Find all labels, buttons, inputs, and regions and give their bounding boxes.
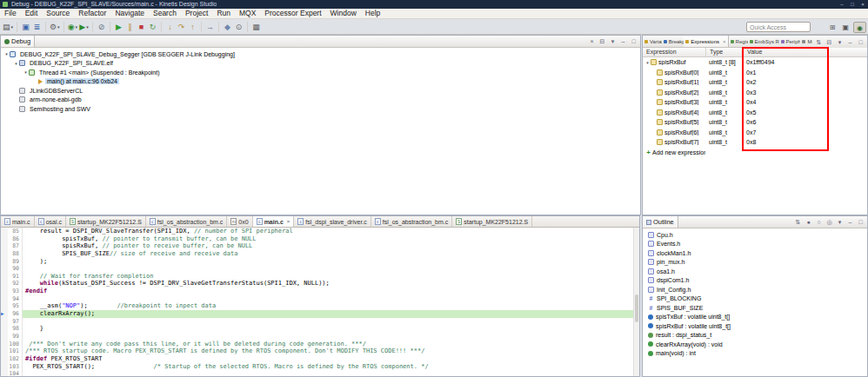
- new-file-button[interactable]: ▤▾: [2, 21, 14, 33]
- line-number[interactable]: 97: [8, 318, 23, 326]
- outline-item[interactable]: spisTxBuf : volatile uint8_t[]: [643, 313, 867, 322]
- line-number[interactable]: 101: [8, 347, 23, 355]
- column-header-expression[interactable]: Expression: [643, 48, 705, 56]
- line-number[interactable]: 98: [8, 325, 23, 333]
- code-line[interactable]: 102#ifdef PEX_RTOS_START: [1, 355, 639, 363]
- resume-button[interactable]: ▶: [113, 21, 124, 33]
- outline-item[interactable]: pin_mux.h: [643, 258, 867, 268]
- line-number[interactable]: 102: [8, 355, 23, 363]
- column-header-type[interactable]: Type: [705, 48, 743, 56]
- hide-non-public-icon[interactable]: ◎: [825, 217, 834, 227]
- minimize-icon[interactable]: –: [845, 217, 855, 227]
- annotation-ruler[interactable]: [1, 250, 8, 258]
- open-element-button[interactable]: ▦: [250, 21, 262, 33]
- outline-item[interactable]: #SPI_BLOCKING: [643, 294, 867, 304]
- line-number[interactable]: 94: [8, 295, 23, 303]
- tab-registers[interactable]: Registers: [729, 36, 748, 48]
- editor-tab-0x0[interactable]: m0x0: [227, 216, 252, 227]
- maximize-icon[interactable]: □: [629, 36, 638, 46]
- annotation-ruler[interactable]: [1, 370, 8, 376]
- editor-tab-fsl-os-abstraction-bm-c[interactable]: cfsl_os_abstraction_bm.c: [371, 216, 452, 227]
- menu-edit[interactable]: Edit: [21, 9, 43, 18]
- outline-item[interactable]: dspiCom1.h: [643, 276, 867, 286]
- code-line[interactable]: 104: [1, 370, 639, 376]
- menu-window[interactable]: Window: [326, 9, 361, 18]
- expression-row[interactable]: spisRxBuf[3]uint8_t0x4: [643, 97, 867, 108]
- debug-tree-row[interactable]: ▾DEBUG_K22F_SPI_SLAVE.elf: [1, 59, 640, 69]
- minimize-button[interactable]: –: [837, 0, 847, 9]
- restart-button[interactable]: ↻: [147, 21, 158, 33]
- code-editor[interactable]: 85 result = DSPI_DRV_SlaveTransfer(SPI1_…: [1, 228, 639, 376]
- editor-tab-startup-mk22f51212-s[interactable]: Sstartup_MK22F51212.S: [452, 216, 532, 227]
- debug-tree-row[interactable]: ▾DEBUG_K22F_SPI_SLAVE_Debug_Segger [GDB …: [1, 50, 640, 59]
- menu-navigate[interactable]: Navigate: [110, 9, 149, 18]
- tab-expressions[interactable]: Expressions×: [684, 36, 728, 48]
- tab-outline[interactable]: Outline: [643, 216, 678, 228]
- annotation-ruler[interactable]: [1, 325, 8, 333]
- editor-scrollbar-thumb[interactable]: [635, 294, 638, 322]
- menu-search[interactable]: Search: [149, 9, 181, 18]
- outline-item[interactable]: result : dspi_status_t: [643, 331, 867, 341]
- sort-icon[interactable]: ⇅: [793, 217, 803, 227]
- build-button[interactable]: ⚙▾: [49, 21, 61, 33]
- line-number[interactable]: 92: [8, 280, 23, 288]
- code-line[interactable]: 94: [1, 295, 639, 303]
- line-number[interactable]: 87: [8, 242, 23, 250]
- annotation-ruler[interactable]: [1, 258, 8, 266]
- collapse-all-icon[interactable]: ⊟: [598, 36, 607, 46]
- annotation-ruler[interactable]: ▶: [1, 310, 8, 318]
- close-tab-icon[interactable]: ×: [723, 39, 726, 44]
- view-menu-icon[interactable]: ▾: [835, 37, 845, 47]
- editor-tab-fsl-os-abstraction-bm-c[interactable]: cfsl_os_abstraction_bm.c: [146, 216, 227, 227]
- annotation-ruler[interactable]: [1, 265, 8, 273]
- maximize-icon[interactable]: □: [856, 217, 865, 227]
- terminate-button[interactable]: ■: [136, 21, 147, 33]
- line-number[interactable]: 86: [8, 235, 23, 243]
- menu-mqx[interactable]: MQX: [235, 9, 260, 18]
- expression-row[interactable]: spisRxBuf[2]uint8_t0x3: [643, 88, 867, 98]
- editor-tab-main-c[interactable]: cmain.c×: [253, 216, 295, 227]
- outline-item[interactable]: Events.h: [643, 240, 867, 249]
- menu-project[interactable]: Project: [181, 9, 212, 18]
- expression-row[interactable]: spisRxBuf[7]uint8_t0x8: [643, 137, 867, 148]
- code-line[interactable]: 103 PEX_RTOS_START(); /* Startup of the …: [1, 363, 639, 371]
- code-line[interactable]: 90: [1, 265, 639, 273]
- debug-tree-row[interactable]: JLinkGDBServerCL: [1, 86, 640, 96]
- hide-static-icon[interactable]: ○: [814, 217, 824, 227]
- show-type-names-icon[interactable]: ⇅: [814, 37, 824, 47]
- outline-item[interactable]: spisRxBuf : volatile uint8_t[]: [643, 321, 867, 331]
- annotation-ruler[interactable]: [1, 235, 8, 243]
- menu-source[interactable]: Source: [42, 9, 74, 18]
- editor-tab-main-c[interactable]: cmain.c: [1, 216, 35, 227]
- code-line[interactable]: 91 // Wait for transfer completion: [1, 273, 639, 281]
- debug-tree-row[interactable]: ▾Thread #1 <main> (Suspended : Breakpoin…: [1, 68, 640, 77]
- step-over-button[interactable]: ↷: [176, 21, 187, 33]
- save-all-button[interactable]: ≣: [31, 21, 43, 33]
- editor-scrollbar[interactable]: [633, 228, 639, 376]
- line-number[interactable]: 96: [8, 310, 23, 318]
- run-button[interactable]: ▶▾: [78, 21, 90, 33]
- code-line[interactable]: 86 spisTxBuf, // pointer to transmit buf…: [1, 235, 639, 243]
- code-line[interactable]: 98 }: [1, 325, 639, 333]
- annotation-ruler[interactable]: [1, 242, 8, 250]
- expression-row[interactable]: ▾spisRxBufuint8_t [8]0x1fff0494: [643, 57, 867, 68]
- annotation-ruler[interactable]: [1, 302, 8, 310]
- annotation-ruler[interactable]: [1, 333, 8, 341]
- add-expression-row[interactable]: + Add new expression: [643, 148, 867, 158]
- annotation-ruler[interactable]: [1, 295, 8, 303]
- code-line[interactable]: 99: [1, 333, 639, 341]
- step-return-button[interactable]: ↑: [187, 21, 198, 33]
- line-number[interactable]: 91: [8, 273, 23, 281]
- line-number[interactable]: 85: [8, 228, 23, 235]
- view-menu-icon[interactable]: ▾: [835, 217, 845, 227]
- expander-icon[interactable]: ▾: [3, 51, 10, 56]
- code-line[interactable]: 97: [1, 318, 639, 326]
- code-line[interactable]: ▶96 clearRxArray();: [1, 310, 639, 318]
- tab-debug[interactable]: Debug: [1, 36, 35, 48]
- instruction-stepping-button[interactable]: →: [204, 21, 216, 33]
- debug-perspective-button[interactable]: ◉: [853, 22, 866, 33]
- expander-icon[interactable]: ▾: [644, 60, 651, 65]
- maximize-button[interactable]: □: [847, 0, 858, 9]
- tab-variables[interactable]: Variables: [643, 36, 662, 48]
- line-number[interactable]: 100: [8, 341, 23, 348]
